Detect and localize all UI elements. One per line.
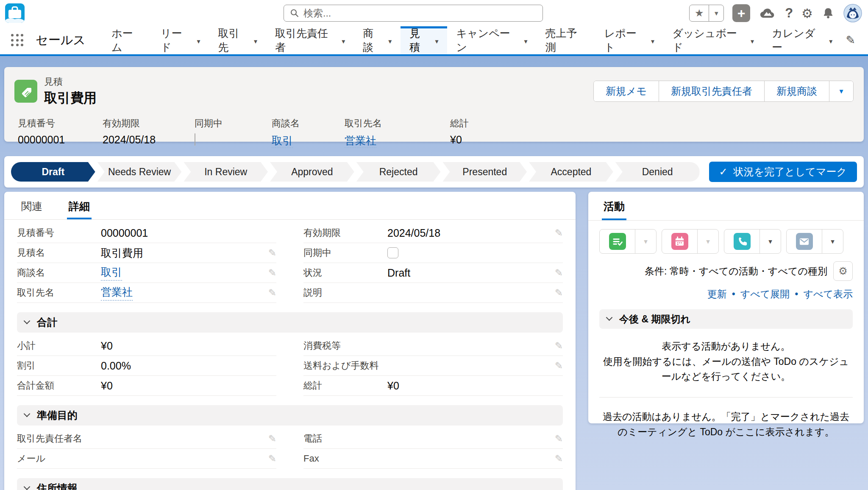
highlight-syncing: 同期中: [195, 117, 272, 148]
highlights-panel: 見積番号 00000001 有効期限 2024/05/18 同期中 商談名 取引…: [14, 117, 854, 148]
tab-home[interactable]: ホーム: [103, 26, 152, 54]
setup-gear-icon[interactable]: ⚙: [801, 6, 813, 21]
tab-details[interactable]: 詳細: [67, 192, 92, 219]
edit-pencil-icon[interactable]: ✎: [268, 247, 276, 259]
chevron-down-icon[interactable]: ▾: [524, 37, 528, 45]
new-task-button[interactable]: [600, 230, 635, 253]
chevron-down-icon[interactable]: ▾: [698, 230, 718, 253]
chevron-down-icon[interactable]: ▾: [822, 230, 843, 253]
refresh-link[interactable]: 更新: [707, 288, 727, 301]
chevron-down-icon[interactable]: ▾: [760, 230, 781, 253]
tab-leads[interactable]: リード▾: [152, 26, 209, 54]
chevron-down-icon[interactable]: ▾: [709, 5, 723, 21]
new-opportunity-button[interactable]: 新規商談: [765, 81, 829, 101]
chevron-down-icon[interactable]: ▾: [197, 37, 200, 45]
tab-quotes[interactable]: 見積▾: [401, 26, 447, 54]
edit-nav-pencil-icon[interactable]: ✎: [846, 34, 855, 47]
edit-pencil-icon[interactable]: ✎: [555, 340, 563, 352]
field-opportunity: 商談名 取引 ✎: [17, 263, 276, 283]
help-question-icon[interactable]: ?: [785, 6, 793, 21]
notifications-bell-icon[interactable]: [821, 6, 835, 20]
opportunity-link[interactable]: 取引: [272, 134, 293, 148]
edit-pencil-icon[interactable]: ✎: [268, 453, 276, 465]
edit-pencil-icon[interactable]: ✎: [555, 287, 563, 299]
highlight-opportunity: 商談名 取引: [272, 117, 345, 148]
tab-reports[interactable]: レポート▾: [595, 26, 663, 54]
mark-status-complete-button[interactable]: ✓ 状況を完了としてマーク: [709, 162, 857, 182]
section-totals[interactable]: 合計: [17, 312, 563, 333]
path-stage-needs-review[interactable]: Needs Review: [97, 162, 182, 182]
section-prepared-for[interactable]: 準備目的: [17, 405, 563, 426]
expand-all-link[interactable]: すべて展開: [740, 288, 790, 301]
section-upcoming-overdue[interactable]: 今後 & 期限切れ: [599, 309, 853, 329]
edit-pencil-icon[interactable]: ✎: [555, 360, 563, 372]
section-address[interactable]: 住所情報: [17, 478, 563, 490]
path-stage-rejected[interactable]: Rejected: [356, 162, 441, 182]
tab-activity[interactable]: 活動: [602, 192, 626, 220]
more-actions-chevron-down-icon[interactable]: ▾: [829, 81, 853, 101]
object-label: 見積: [44, 76, 97, 88]
chevron-down-icon[interactable]: ▾: [829, 37, 832, 45]
global-search[interactable]: [284, 5, 543, 22]
chevron-down-icon[interactable]: ▾: [388, 37, 392, 45]
edit-pencil-icon[interactable]: ✎: [555, 227, 563, 239]
edit-pencil-icon[interactable]: ✎: [555, 267, 563, 279]
tab-forecasts[interactable]: 売上予測: [537, 26, 595, 54]
chevron-down-icon: [606, 314, 613, 321]
chevron-down-icon[interactable]: ▾: [435, 37, 438, 45]
path-stage-presented[interactable]: Presented: [442, 162, 527, 182]
activity-settings-gear-icon[interactable]: ⚙: [833, 261, 853, 281]
chevron-down-icon[interactable]: ▾: [651, 37, 654, 45]
account-link[interactable]: 営業社: [345, 134, 376, 148]
tab-accounts[interactable]: 取引先▾: [209, 26, 266, 54]
global-actions-plus-icon[interactable]: +: [732, 4, 750, 22]
user-avatar[interactable]: [843, 4, 862, 22]
syncing-checkbox[interactable]: [195, 133, 195, 146]
app-name: セールス: [36, 32, 86, 49]
highlight-account: 取引先名 営業社: [345, 117, 450, 148]
global-header: ★ ▾ + ? ⚙: [0, 0, 868, 26]
account-link[interactable]: 営業社: [101, 285, 133, 301]
new-contact-button[interactable]: 新規取引先責任者: [659, 81, 765, 101]
tab-dashboards[interactable]: ダッシュボード▾: [663, 26, 763, 54]
path-stage-in-review[interactable]: In Review: [184, 162, 268, 182]
edit-pencil-icon[interactable]: ✎: [555, 453, 563, 465]
guidance-trailhead-icon[interactable]: [759, 6, 776, 21]
search-input[interactable]: [303, 8, 537, 19]
tab-contacts[interactable]: 取引先責任者▾: [266, 26, 354, 54]
email-button[interactable]: [787, 230, 822, 253]
tab-campaigns[interactable]: キャンペーン▾: [447, 26, 536, 54]
path-stage-denied[interactable]: Denied: [615, 162, 700, 182]
new-event-button[interactable]: [662, 230, 698, 253]
chevron-down-icon[interactable]: ▾: [635, 230, 656, 253]
salesforce-app-logo-icon[interactable]: [5, 3, 25, 23]
edit-pencil-icon[interactable]: ✎: [268, 433, 276, 445]
new-note-button[interactable]: 新規メモ: [594, 81, 659, 101]
field-syncing: 同期中: [303, 243, 563, 263]
salesforce-quote-page: ★ ▾ + ? ⚙: [0, 0, 868, 490]
view-all-link[interactable]: すべて表示: [803, 288, 853, 301]
tab-related[interactable]: 関連: [19, 192, 44, 219]
path-stage-approved[interactable]: Approved: [270, 162, 354, 182]
chevron-down-icon[interactable]: ▾: [342, 37, 345, 45]
star-icon[interactable]: ★: [690, 5, 709, 21]
chevron-down-icon[interactable]: ▾: [254, 37, 257, 45]
nav-tabs: ホーム リード▾ 取引先▾ 取引先責任者▾ 商談▾ 見積▾ キャンペーン▾ 売上…: [103, 26, 841, 54]
path-stage-draft[interactable]: Draft: [11, 162, 95, 182]
edit-pencil-icon[interactable]: ✎: [268, 267, 276, 279]
edit-pencil-icon[interactable]: ✎: [555, 433, 563, 445]
tab-calendar[interactable]: カレンダー▾: [763, 26, 841, 54]
syncing-checkbox[interactable]: [387, 247, 398, 258]
edit-pencil-icon[interactable]: ✎: [268, 287, 276, 299]
path-stage-accepted[interactable]: Accepted: [529, 162, 613, 182]
field-subtotal: 小計 ¥0: [17, 336, 276, 356]
tab-opportunities[interactable]: 商談▾: [354, 26, 401, 54]
chevron-down-icon[interactable]: ▾: [751, 37, 754, 45]
field-description: 説明 ✎: [303, 283, 563, 303]
email-envelope-icon: [796, 233, 813, 250]
log-call-button[interactable]: [724, 230, 760, 253]
opportunity-link[interactable]: 取引: [101, 265, 122, 281]
app-launcher-icon[interactable]: [11, 34, 24, 47]
field-expiration: 有効期限 2024/05/18 ✎: [303, 223, 563, 243]
divider: [599, 397, 853, 398]
